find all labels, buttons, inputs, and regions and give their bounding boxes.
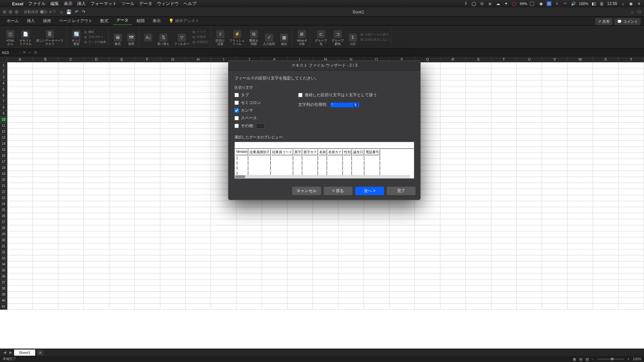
menu-format[interactable]: フォーマット <box>91 1 117 7</box>
cell[interactable] <box>84 261 109 267</box>
cell[interactable] <box>33 129 58 135</box>
cell[interactable] <box>313 249 338 255</box>
cell[interactable] <box>287 225 313 231</box>
tab-data[interactable]: データ <box>113 16 132 25</box>
cell[interactable] <box>160 93 186 99</box>
tab-insert[interactable]: 挿入 <box>23 17 38 25</box>
cell[interactable] <box>58 117 84 123</box>
cell[interactable] <box>466 93 491 99</box>
cell[interactable] <box>262 261 287 267</box>
cell[interactable] <box>33 183 58 189</box>
cell[interactable] <box>109 99 135 105</box>
cell[interactable] <box>287 261 313 267</box>
cell[interactable] <box>135 105 160 111</box>
cell[interactable] <box>440 123 466 129</box>
zoom-slider[interactable] <box>597 359 624 360</box>
cell[interactable] <box>593 280 619 286</box>
cell[interactable] <box>185 213 211 219</box>
cell[interactable] <box>364 267 389 274</box>
cell[interactable] <box>619 298 644 304</box>
cell[interactable] <box>236 219 262 225</box>
cell[interactable] <box>33 153 58 159</box>
cell[interactable] <box>466 274 491 280</box>
cell[interactable] <box>542 243 568 249</box>
cell[interactable] <box>338 298 364 304</box>
cell[interactable] <box>466 237 491 243</box>
cell[interactable] <box>568 183 593 189</box>
cell[interactable] <box>491 74 517 80</box>
row-header[interactable]: 26 <box>0 213 7 219</box>
cell[interactable] <box>415 225 440 231</box>
cell[interactable] <box>389 249 415 255</box>
cell[interactable] <box>593 213 619 219</box>
cell[interactable] <box>7 99 33 105</box>
cell[interactable] <box>160 159 186 165</box>
cell[interactable] <box>619 213 644 219</box>
cell[interactable] <box>542 135 568 141</box>
cell[interactable] <box>135 111 160 117</box>
cell[interactable] <box>568 99 593 105</box>
cell[interactable] <box>160 237 186 243</box>
next-button[interactable]: 次へ > <box>355 187 384 195</box>
cell[interactable] <box>313 207 338 213</box>
cell[interactable] <box>7 292 33 298</box>
cell[interactable] <box>542 117 568 123</box>
display-icon[interactable]: ⃞ <box>531 1 535 6</box>
cell[interactable] <box>338 304 364 310</box>
cell[interactable] <box>619 177 644 183</box>
cell[interactable] <box>84 201 109 207</box>
cell[interactable] <box>568 274 593 280</box>
cell[interactable] <box>109 189 135 195</box>
cell[interactable] <box>287 280 313 286</box>
cell[interactable] <box>185 225 211 231</box>
menu-help[interactable]: ヘルプ <box>183 1 197 7</box>
cell[interactable] <box>491 304 517 310</box>
dropbox-icon[interactable]: ⧈ <box>488 1 492 6</box>
cell[interactable] <box>109 86 135 93</box>
evernote-icon[interactable]: ✦ <box>504 1 508 6</box>
cell[interactable] <box>619 201 644 207</box>
cell[interactable] <box>491 249 517 255</box>
cell[interactable] <box>135 153 160 159</box>
cell[interactable] <box>389 213 415 219</box>
cell[interactable] <box>109 243 135 249</box>
cell[interactable] <box>7 68 33 74</box>
cell[interactable] <box>236 292 262 298</box>
cell[interactable] <box>33 171 58 177</box>
cell[interactable] <box>135 286 160 292</box>
cell[interactable] <box>466 147 491 153</box>
cell[interactable] <box>313 274 338 280</box>
cell[interactable] <box>160 129 186 135</box>
cell[interactable] <box>542 62 568 68</box>
cell[interactable] <box>593 165 619 171</box>
cell[interactable] <box>542 93 568 99</box>
cell[interactable] <box>84 292 109 298</box>
autosave-switch[interactable] <box>40 10 47 14</box>
cell[interactable] <box>160 304 186 310</box>
cell[interactable] <box>517 261 542 267</box>
cell[interactable] <box>109 249 135 255</box>
cell[interactable] <box>619 207 644 213</box>
cell[interactable] <box>33 159 58 165</box>
cell[interactable] <box>109 135 135 141</box>
cell[interactable] <box>440 249 466 255</box>
cell[interactable] <box>517 243 542 249</box>
cell[interactable] <box>185 159 211 165</box>
cell[interactable] <box>364 225 389 231</box>
cell[interactable] <box>593 117 619 123</box>
cell[interactable] <box>135 117 160 123</box>
cell[interactable] <box>568 243 593 249</box>
cell[interactable] <box>7 298 33 304</box>
cell[interactable] <box>491 129 517 135</box>
cell[interactable] <box>542 207 568 213</box>
cell[interactable] <box>287 255 313 261</box>
cell[interactable] <box>517 267 542 274</box>
cell[interactable] <box>58 237 84 243</box>
column-header[interactable]: V <box>542 56 568 62</box>
cell[interactable] <box>593 189 619 195</box>
cancel-button[interactable]: キャンセル <box>292 187 321 195</box>
row-header[interactable]: 31 <box>0 243 7 249</box>
menu-edit[interactable]: 編集 <box>50 1 59 7</box>
cell[interactable] <box>135 304 160 310</box>
cell[interactable] <box>542 189 568 195</box>
